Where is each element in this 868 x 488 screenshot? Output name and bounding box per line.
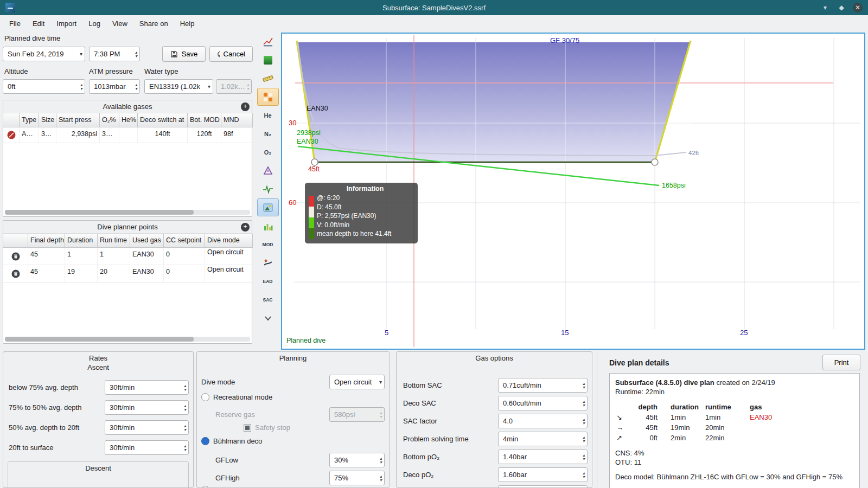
chevron-down-icon[interactable]: ▾: [206, 84, 210, 89]
ascent-rate-field[interactable]: 30ft/min▴▾: [105, 440, 189, 455]
ceiling-icon: [263, 165, 273, 176]
reserve-gas-label: Reserve gas: [215, 410, 255, 419]
menu-import[interactable]: Import: [50, 17, 82, 30]
spin-arrows[interactable]: ▴▾: [182, 424, 186, 432]
point-row[interactable]: 45 1 1 EAN30 0 Open circuit: [3, 248, 252, 265]
gflow-field[interactable]: 30%▴▾: [329, 453, 385, 467]
ascent-rate-field[interactable]: 30ft/min▴▾: [105, 400, 189, 415]
dive-profile-chart[interactable]: GF 30/75 30 60 5 15 25 EAN30 2938psi EAN…: [281, 33, 865, 350]
grid-toggle-button[interactable]: [257, 88, 279, 106]
dive-plan-text: Subsurface (4.8.5.0) dive plan created o…: [609, 373, 860, 488]
altitude-field[interactable]: 0ft▴▾: [3, 79, 85, 94]
ndl-toggle-button[interactable]: [257, 254, 279, 272]
menu-help[interactable]: Help: [174, 17, 201, 30]
spin-arrows[interactable]: ▴▾: [133, 83, 137, 91]
deco-sac-field[interactable]: 0.60cuft/min▴▾: [498, 396, 588, 410]
menu-view[interactable]: View: [106, 17, 133, 30]
spin-arrows[interactable]: ▴▾: [378, 474, 382, 482]
planned-dive-time-label: Planned dive time: [4, 34, 60, 42]
recreational-mode-option[interactable]: Recreational mode: [201, 393, 272, 401]
oxygen-toggle-button[interactable]: O₂: [257, 143, 279, 161]
planner-handle[interactable]: [311, 159, 318, 165]
atm-pressure-field[interactable]: 1013mbar▴▾: [89, 79, 140, 94]
ceiling-toggle-button[interactable]: [257, 162, 279, 179]
gradient-button[interactable]: [257, 51, 279, 69]
minimize-icon[interactable]: ▾: [820, 3, 830, 12]
sac-factor-field[interactable]: 4.0▴▾: [498, 414, 588, 428]
add-gas-button[interactable]: +: [241, 102, 250, 111]
bottom-sac-field[interactable]: 0.71cuft/min▴▾: [498, 378, 588, 393]
nitrogen-toggle-button[interactable]: N₂: [257, 125, 279, 143]
tooltip-title: Information: [317, 185, 413, 192]
spin-arrows[interactable]: ▴▾: [378, 457, 382, 464]
profile-tooltip: Information @: 6:20 D: 45.0ft P: 2,557ps…: [305, 183, 418, 243]
vpmb-deco-option[interactable]: VPM-B deco: [201, 486, 253, 488]
delete-point-icon[interactable]: [3, 248, 28, 265]
menu-share-on[interactable]: Share on: [133, 17, 174, 30]
spin-arrows[interactable]: ▴▾: [580, 418, 585, 425]
radio-selected-icon[interactable]: [201, 437, 209, 445]
gases-hscrollbar[interactable]: [5, 210, 250, 215]
gas-options-panel: Gas options Bottom SAC 0.71cuft/min▴▾ De…: [396, 351, 592, 488]
window-titlebar[interactable]: Subsurface: SampleDivesV2.ssrf ▾ ◆ ✕: [0, 0, 868, 15]
spin-arrows[interactable]: ▴▾: [133, 50, 137, 58]
option-row: SAC factor 4.0▴▾: [403, 414, 588, 428]
ascent-rate-field[interactable]: 30ft/min▴▾: [105, 420, 189, 435]
spin-arrows[interactable]: ▴▾: [580, 400, 585, 407]
dive-time-field[interactable]: 7:38 PM▴▾: [89, 47, 140, 61]
chevron-down-icon[interactable]: ▾: [377, 379, 382, 385]
scroll-down-button[interactable]: [257, 309, 279, 327]
water-type-combo[interactable]: EN13319 (1.02k▾: [144, 79, 213, 94]
scale-graph-button[interactable]: [257, 33, 279, 50]
problem-solving-time-field[interactable]: 4min▴▾: [498, 432, 588, 446]
tissues-toggle-button[interactable]: [257, 217, 279, 235]
remove-gas-icon[interactable]: [3, 127, 20, 143]
gas-row[interactable]: A… 3… 2,938psi 3… 140ft 120ft 98f: [3, 127, 252, 143]
sac-toggle-button[interactable]: SAC: [257, 291, 279, 309]
deco-po2-field[interactable]: 1.60bar▴▾: [498, 467, 588, 482]
scrollbar-thumb[interactable]: [5, 337, 194, 342]
spin-arrows[interactable]: ▴▾: [580, 435, 585, 443]
ascent-rate-field[interactable]: 30ft/min▴▾: [105, 380, 189, 395]
menu-log[interactable]: Log: [82, 17, 106, 30]
maximize-icon[interactable]: ◆: [837, 3, 846, 12]
heart-rate-toggle-button[interactable]: [257, 180, 279, 198]
cancel-button[interactable]: Cancel: [209, 46, 253, 62]
menu-file[interactable]: File: [3, 17, 27, 30]
scrollbar-thumb[interactable]: [5, 210, 194, 215]
plan-cns: CNS: 4%: [615, 448, 854, 458]
bottom-po2-field[interactable]: 1.40bar▴▾: [498, 450, 588, 464]
gradient-icon: [263, 55, 273, 66]
mod-toggle-button[interactable]: MOD: [257, 235, 279, 253]
spin-arrows[interactable]: ▴▾: [182, 444, 186, 452]
planner-handle[interactable]: [652, 159, 658, 165]
radio-icon[interactable]: [201, 486, 209, 488]
menu-edit[interactable]: Edit: [27, 17, 50, 30]
radio-icon[interactable]: [201, 393, 209, 401]
points-hscrollbar[interactable]: [5, 337, 250, 342]
spin-arrows[interactable]: ▴▾: [182, 404, 186, 412]
buhlmann-deco-option[interactable]: Bühlmann deco: [201, 437, 262, 445]
ead-toggle-button[interactable]: EAD: [257, 272, 279, 290]
safety-stop-option: Safety stop: [244, 423, 290, 432]
spin-arrows[interactable]: ▴▾: [78, 83, 82, 91]
chevron-down-icon[interactable]: ▾: [78, 51, 82, 57]
dive-date-combo[interactable]: Sun Feb 24, 2019▾: [3, 47, 85, 61]
spin-arrows[interactable]: ▴▾: [580, 382, 585, 389]
spin-arrows[interactable]: ▴▾: [580, 471, 585, 479]
close-icon[interactable]: ✕: [853, 3, 863, 12]
point-row[interactable]: 45 19 20 EAN30 0 Open circuit: [3, 265, 252, 282]
spin-arrows[interactable]: ▴▾: [182, 384, 186, 391]
dive-mode-combo[interactable]: Open circuit▾: [329, 375, 385, 389]
helium-toggle-button[interactable]: He: [257, 106, 279, 124]
photos-toggle-button[interactable]: [257, 198, 279, 216]
save-button[interactable]: Save: [162, 46, 206, 62]
delete-point-icon[interactable]: [3, 265, 28, 282]
best-mix-end-field[interactable]: 98ft▴▾: [498, 485, 588, 488]
ruler-button[interactable]: [257, 69, 279, 87]
print-button[interactable]: Print: [822, 355, 860, 370]
spin-arrows[interactable]: ▴▾: [580, 453, 585, 461]
tooltip-line: P: 2,557psi (EAN30): [317, 211, 413, 221]
add-point-button[interactable]: +: [241, 223, 250, 232]
gfhigh-field[interactable]: 75%▴▾: [329, 471, 385, 485]
